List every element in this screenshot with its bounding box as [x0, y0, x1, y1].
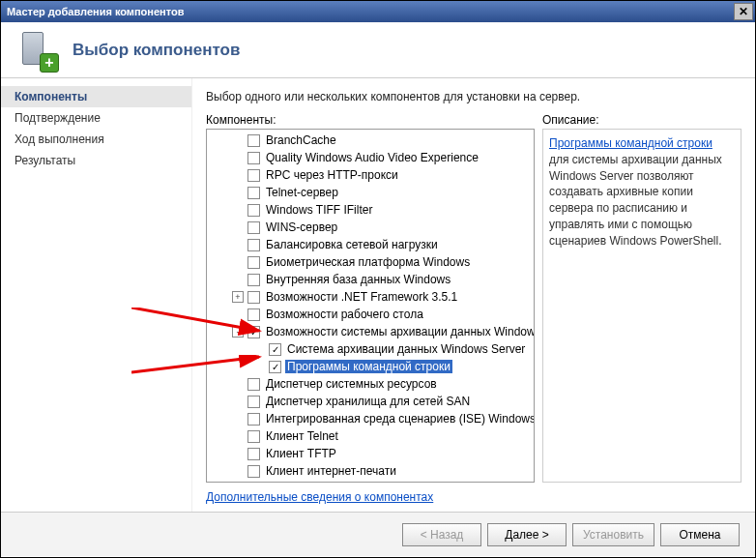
tree-row[interactable]: -✓Возможности системы архивации данных W…	[207, 323, 534, 340]
tree-row-label: Возможности системы архивации данных Win…	[264, 325, 535, 338]
checkbox[interactable]	[247, 308, 260, 321]
checkbox[interactable]	[247, 152, 260, 164]
sidebar-item-progress[interactable]: Ход выполнения	[1, 129, 191, 150]
checkbox[interactable]: ✓	[247, 326, 260, 338]
more-info-link[interactable]: Дополнительные сведения о компонентах	[206, 490, 741, 504]
next-button[interactable]: Далее >	[487, 523, 567, 546]
install-button[interactable]: Установить	[572, 523, 654, 546]
tree-row-label: Клиент интернет-печати	[264, 464, 396, 478]
tree-row[interactable]: +Возможности .NET Framework 3.5.1	[207, 288, 534, 306]
sidebar-item-label: Результаты	[15, 154, 75, 167]
checkbox[interactable]	[247, 396, 260, 408]
tree-row[interactable]: RPC через HTTP-прокси	[207, 166, 534, 184]
wizard-body: Компоненты Подтверждение Ход выполнения …	[1, 78, 755, 512]
tree-row-label: Диспетчер хранилища для сетей SAN	[264, 395, 470, 408]
close-icon: ✕	[739, 5, 748, 18]
tree-row[interactable]: Биометрическая платформа Windows	[207, 253, 534, 271]
checkbox[interactable]	[247, 169, 260, 182]
checkbox[interactable]	[247, 274, 260, 286]
tree-row-label: Биометрическая платформа Windows	[264, 255, 470, 269]
wizard-icon: +	[16, 30, 57, 71]
tree-row-label: Windows TIFF IFilter	[264, 203, 372, 217]
tree-row-label: Балансировка сетевой нагрузки	[264, 238, 438, 251]
tree-row[interactable]: Балансировка сетевой нагрузки	[207, 236, 534, 253]
tree-row[interactable]: Клиент TFTP	[207, 445, 534, 462]
checkbox[interactable]	[247, 239, 260, 251]
sidebar-item-results[interactable]: Результаты	[1, 150, 191, 171]
tree-row[interactable]: Клиент интернет-печати	[207, 462, 534, 480]
expand-icon[interactable]: +	[232, 291, 244, 303]
checkbox[interactable]	[247, 430, 260, 443]
tree-row-label: Клиент TFTP	[264, 447, 336, 460]
instruction-text: Выбор одного или нескольких компонентов …	[206, 90, 741, 103]
titlebar: Мастер добавления компонентов ✕	[1, 1, 755, 22]
tree-row-label: Quality Windows Audio Video Experience	[264, 151, 479, 164]
checkbox[interactable]: ✓	[269, 361, 281, 373]
sidebar: Компоненты Подтверждение Ход выполнения …	[1, 78, 192, 512]
plus-icon: +	[40, 53, 59, 73]
description-link[interactable]: Программы командной строки	[549, 136, 712, 150]
tree-row-label: Telnet-сервер	[264, 186, 338, 199]
checkbox[interactable]: ✓	[269, 343, 281, 356]
tree-row-label: Программы командной строки	[285, 360, 452, 373]
sidebar-item-components[interactable]: Компоненты	[1, 86, 191, 107]
tree-row[interactable]: ✓Программы командной строки	[207, 358, 534, 375]
tree-row-label: WINS-сервер	[264, 220, 337, 234]
tree-row-label: Система архивации данных Windows Server	[285, 342, 525, 356]
page-title: Выбор компонентов	[73, 41, 240, 60]
tree-row[interactable]: Диспетчер хранилища для сетей SAN	[207, 393, 534, 410]
checkbox[interactable]	[247, 465, 260, 478]
sidebar-item-confirmation[interactable]: Подтверждение	[1, 107, 191, 129]
tree-row[interactable]: Quality Windows Audio Video Experience	[207, 149, 534, 166]
checkbox[interactable]	[247, 134, 260, 147]
wizard-header: + Выбор компонентов	[1, 22, 755, 78]
content-pane: Выбор одного или нескольких компонентов …	[192, 78, 755, 512]
tree-row-label: Внутренняя база данных Windows	[264, 273, 451, 286]
tree-row-label: Диспетчер системных ресурсов	[264, 377, 437, 391]
collapse-icon[interactable]: -	[232, 326, 244, 338]
tree-row-label: Интегрированная среда сценариев (ISE) Wi…	[264, 412, 535, 426]
tree-row[interactable]: Интегрированная среда сценариев (ISE) Wi…	[207, 410, 534, 427]
tree-row[interactable]: Внутренняя база данных Windows	[207, 271, 534, 288]
checkbox[interactable]	[247, 256, 260, 269]
description-text: для системы архивации данных Windows Ser…	[549, 153, 722, 248]
tree-row-label: Клиент Telnet	[264, 429, 338, 443]
checkbox[interactable]	[247, 204, 260, 217]
footer: < Назад Далее > Установить Отмена	[1, 512, 755, 556]
cancel-button[interactable]: Отмена	[660, 523, 740, 546]
components-tree[interactable]: BranchCacheQuality Windows Audio Video E…	[206, 129, 535, 483]
checkbox[interactable]	[247, 413, 260, 426]
close-button[interactable]: ✕	[734, 3, 753, 20]
tree-row[interactable]: WINS-сервер	[207, 219, 534, 236]
description-box: Программы командной строки для системы а…	[542, 129, 741, 483]
checkbox[interactable]	[247, 448, 260, 460]
description-label: Описание:	[542, 113, 741, 127]
tree-row[interactable]: BranchCache	[207, 132, 534, 149]
tree-row-label: Возможности .NET Framework 3.5.1	[264, 290, 457, 304]
sidebar-item-label: Компоненты	[15, 90, 87, 103]
back-button[interactable]: < Назад	[402, 523, 481, 546]
checkbox[interactable]	[247, 187, 260, 199]
tree-row[interactable]: Windows TIFF IFilter	[207, 201, 534, 219]
tree-row[interactable]: ✓Система архивации данных Windows Server	[207, 340, 534, 358]
sidebar-item-label: Ход выполнения	[15, 132, 104, 146]
tree-row-label: BranchCache	[264, 133, 336, 147]
tree-row[interactable]: Telnet-сервер	[207, 184, 534, 201]
checkbox[interactable]	[247, 378, 260, 391]
components-label: Компоненты:	[206, 113, 535, 127]
tree-row-label: Возможности рабочего стола	[264, 308, 423, 321]
window-title: Мастер добавления компонентов	[7, 6, 184, 17]
tree-row[interactable]: Возможности рабочего стола	[207, 306, 534, 323]
checkbox[interactable]	[247, 291, 260, 304]
tree-row[interactable]: Клиент Telnet	[207, 427, 534, 445]
tree-row[interactable]: Диспетчер системных ресурсов	[207, 375, 534, 393]
sidebar-item-label: Подтверждение	[15, 111, 101, 125]
tree-row-label: RPC через HTTP-прокси	[264, 168, 398, 182]
checkbox[interactable]	[247, 221, 260, 234]
